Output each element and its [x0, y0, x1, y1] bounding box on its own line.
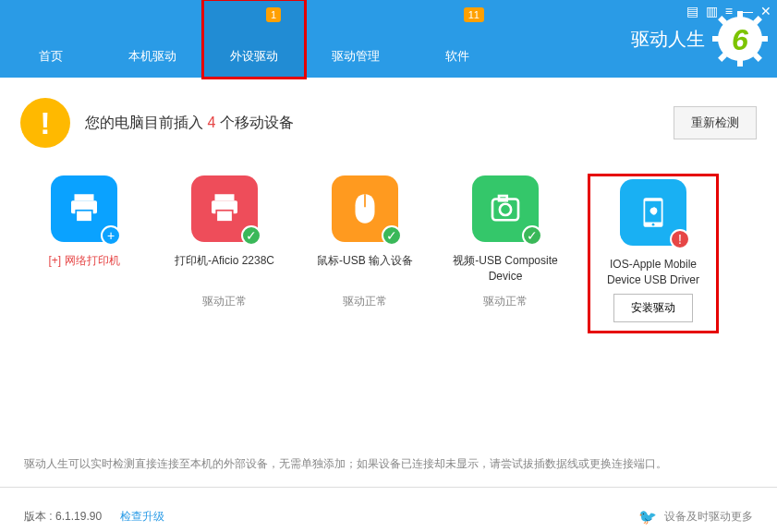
- nav-home[interactable]: 首页: [0, 0, 102, 78]
- svg-rect-24: [215, 194, 235, 200]
- device-ios-apple[interactable]: ! IOS-Apple Mobile Device USB Driver 安装驱…: [589, 175, 717, 332]
- brand-logo-icon: 6: [712, 11, 768, 66]
- status-text: 您的电脑目前插入 4 个移动设备: [85, 114, 659, 133]
- footer-right-text: 设备及时驱动更多: [664, 509, 753, 525]
- device-list: + [+] 网络打印机 ✓ 打印机-Aficio 2238C 驱动正常 ✓ 鼠标…: [0, 168, 777, 339]
- svg-rect-15: [759, 36, 768, 42]
- rescan-button[interactable]: 重新检测: [674, 106, 757, 139]
- svg-point-29: [500, 204, 511, 215]
- device-mouse-usb[interactable]: ✓ 鼠标-USB 输入设备 驱动正常: [309, 175, 421, 332]
- footer-tip: 驱动人生可以实时检测直接连接至本机的外部设备，无需单独添加；如果设备已连接却未显…: [0, 456, 777, 488]
- device-label: 打印机-Aficio 2238C: [175, 253, 274, 284]
- device-status: 驱动正常: [483, 294, 528, 309]
- svg-rect-28: [492, 200, 518, 221]
- brand-area: 驱动人生 6: [631, 0, 777, 78]
- nav-label: 外设驱动: [230, 48, 278, 65]
- nav-label: 驱动管理: [332, 48, 380, 65]
- svg-rect-21: [75, 194, 94, 200]
- svg-rect-12: [737, 11, 743, 20]
- device-video-usb[interactable]: ✓ 视频-USB Composite Device 驱动正常: [449, 175, 562, 332]
- device-status: 驱动正常: [343, 294, 387, 309]
- nav-label: 首页: [39, 48, 63, 65]
- apple-device-icon: !: [620, 179, 686, 246]
- nav-badge: 11: [464, 7, 484, 22]
- brand-title: 驱动人生: [631, 27, 705, 52]
- nav-badge: 1: [266, 7, 281, 22]
- footer-right: 🐦 设备及时驱动更多: [638, 508, 753, 526]
- status-prefix: 您的电脑目前插入: [85, 115, 207, 130]
- device-printer-aficio[interactable]: ✓ 打印机-Aficio 2238C 驱动正常: [168, 175, 281, 332]
- svg-point-33: [652, 224, 655, 226]
- nav-peripheral-driver[interactable]: 1 外设驱动: [203, 0, 305, 78]
- svg-rect-13: [737, 57, 743, 66]
- svg-text:6: 6: [732, 23, 748, 56]
- mouse-icon: ✓: [332, 175, 398, 242]
- ok-badge-icon: ✓: [522, 225, 542, 246]
- svg-rect-26: [216, 211, 233, 222]
- add-badge-icon: +: [101, 225, 121, 246]
- device-status: 驱动正常: [202, 294, 247, 309]
- device-label: 鼠标-USB 输入设备: [317, 253, 413, 284]
- app-header: ▤ ▥ ≡ — ✕ 首页 本机驱动 1 外设驱动 驱动管理 11: [0, 0, 777, 78]
- ok-badge-icon: ✓: [382, 225, 402, 246]
- nav-label: 软件: [445, 48, 469, 65]
- device-label: 视频-USB Composite Device: [449, 253, 562, 284]
- bird-icon[interactable]: 🐦: [638, 508, 657, 526]
- warning-icon: !: [20, 98, 70, 148]
- install-driver-button[interactable]: 安装驱动: [613, 294, 693, 322]
- device-label: [+] 网络打印机: [48, 253, 119, 284]
- check-update-link[interactable]: 检查升级: [120, 509, 164, 525]
- svg-rect-14: [712, 36, 722, 42]
- nav-driver-manage[interactable]: 驱动管理: [305, 0, 407, 78]
- status-suffix: 个移动设备: [215, 115, 293, 130]
- version-text: 版本 : 6.1.19.90: [24, 509, 102, 525]
- device-add-network-printer[interactable]: + [+] 网络打印机: [28, 175, 140, 332]
- printer-icon: +: [51, 175, 117, 242]
- printer-icon: ✓: [191, 175, 258, 242]
- footer-bar: 版本 : 6.1.19.90 检查升级 🐦 设备及时驱动更多: [0, 501, 777, 532]
- ok-badge-icon: ✓: [241, 225, 261, 246]
- camera-icon: ✓: [472, 175, 539, 242]
- device-label: IOS-Apple Mobile Device USB Driver: [591, 257, 715, 288]
- nav-local-driver[interactable]: 本机驱动: [102, 0, 203, 78]
- nav-label: 本机驱动: [128, 48, 176, 65]
- svg-rect-23: [76, 211, 92, 222]
- nav-software[interactable]: 11 软件: [407, 0, 508, 78]
- status-bar: ! 您的电脑目前插入 4 个移动设备 重新检测: [0, 78, 777, 168]
- error-badge-icon: !: [670, 229, 690, 249]
